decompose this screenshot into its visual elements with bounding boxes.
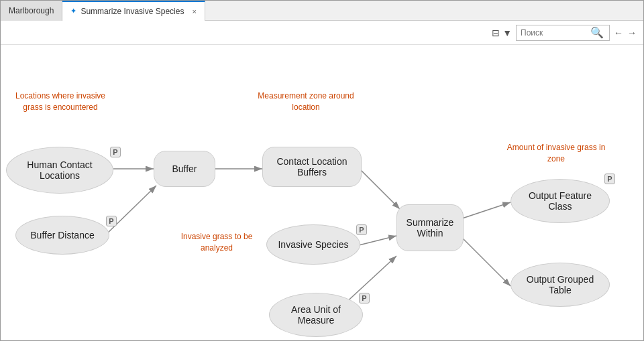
svg-line-4: [360, 169, 400, 209]
tab-close-button[interactable]: ×: [192, 7, 196, 15]
badge-p-human-contact: P: [110, 147, 121, 157]
annotation-contact-location-buffers: Measurement zone around location: [249, 90, 363, 113]
node-output-grouped-table[interactable]: Output Grouped Table: [511, 263, 610, 307]
node-human-contact[interactable]: Human Contact Locations: [6, 147, 113, 194]
filter-button[interactable]: ⊟ ▼: [492, 27, 512, 38]
annotation-invasive-species: Invasive grass to be analyzed: [170, 231, 264, 254]
tab-icon: ✦: [70, 7, 76, 15]
tab-summarize-label: Summarize Invasive Species: [80, 7, 184, 16]
filter-icon: ⊟ ▼: [492, 27, 512, 38]
node-contact-location-buffers[interactable]: Contact Location Buffers: [262, 147, 362, 187]
badge-p-invasive-species: P: [356, 224, 367, 235]
diagram-canvas: Locations where invasive grass is encoun…: [1, 45, 643, 340]
node-summarize-within[interactable]: Summarize Within: [396, 204, 464, 251]
svg-line-2: [105, 186, 156, 236]
search-box: 🔍: [516, 25, 610, 41]
node-output-feature-class[interactable]: Output Feature Class: [511, 179, 610, 223]
node-buffer[interactable]: Buffer: [154, 151, 215, 187]
svg-line-7: [460, 202, 511, 219]
badge-p-area-unit: P: [359, 293, 370, 303]
annotation-output-feature-class: Amount of invasive grass in zone: [502, 142, 610, 165]
tab-summarize[interactable]: ✦ Summarize Invasive Species ×: [62, 1, 205, 21]
search-input[interactable]: [521, 28, 588, 38]
node-area-unit[interactable]: Area Unit of Measure: [269, 293, 363, 337]
search-icon: 🔍: [590, 26, 604, 39]
node-invasive-species[interactable]: Invasive Species: [266, 224, 360, 265]
nav-back-button[interactable]: ←: [614, 27, 623, 38]
badge-p-buffer-distance: P: [106, 216, 117, 226]
svg-line-8: [460, 236, 511, 286]
toolbar: ⊟ ▼ 🔍 ← →: [1, 21, 643, 45]
node-buffer-distance[interactable]: Buffer Distance: [15, 216, 109, 255]
tab-marlborough-label: Marlborough: [9, 6, 54, 15]
annotation-human-contact: Locations where invasive grass is encoun…: [10, 90, 111, 113]
titlebar: Marlborough ✦ Summarize Invasive Species…: [1, 1, 643, 21]
svg-line-5: [356, 236, 396, 246]
tab-marlborough[interactable]: Marlborough: [1, 1, 62, 21]
nav-forward-button[interactable]: →: [627, 27, 637, 38]
badge-p-output-feature: P: [604, 174, 615, 184]
main-window: Marlborough ✦ Summarize Invasive Species…: [0, 0, 644, 341]
